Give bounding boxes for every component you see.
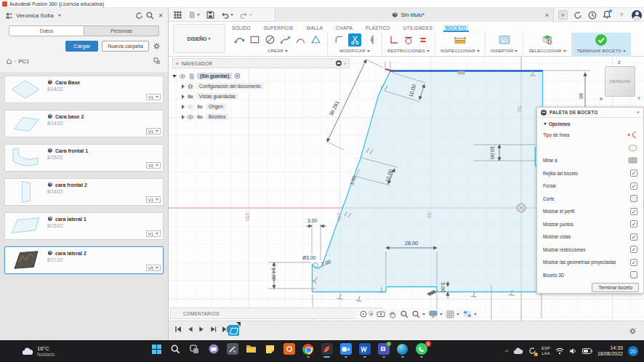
model-canvas[interactable]: 36.291 10.00 10.00 3.00 Ø3.00 7.00 (169, 57, 644, 321)
user-dropdown-caret[interactable] (58, 15, 61, 17)
workspace-selector[interactable]: DISEÑO (173, 24, 225, 53)
visibility-eye-icon[interactable] (187, 114, 194, 120)
circle-tool-icon[interactable] (264, 33, 276, 46)
checkbox-boceto3d[interactable] (630, 271, 637, 278)
whatsapp-button[interactable]: 9 (414, 343, 428, 359)
browser-root-row[interactable]: (Sin guardar) (172, 71, 350, 81)
tangent-constraint-icon[interactable] (403, 34, 414, 46)
checkbox-forzar[interactable] (630, 182, 637, 190)
collapsed-triangle-icon[interactable] (182, 84, 185, 89)
tab-chapa[interactable]: CHAPA (334, 25, 355, 31)
browser-item-label[interactable]: Vistas guardadas (196, 93, 238, 100)
clock-widget[interactable]: 14:3318/08/2022 (597, 345, 623, 358)
measure-tool-icon[interactable] (453, 33, 467, 46)
chat-button[interactable] (206, 343, 220, 359)
panel-chevron-icon[interactable]: › (345, 61, 346, 66)
file-card-selected[interactable]: cara lateral 2 8/17/22 V5 (4, 246, 164, 274)
visibility-eye-icon[interactable] (179, 73, 186, 79)
feature-icon[interactable] (628, 144, 637, 152)
comments-bar[interactable]: COMENTARIOS › (170, 307, 382, 319)
settings-gear-icon[interactable] (153, 42, 161, 50)
extensions-icon[interactable] (573, 11, 582, 20)
pan-hand-icon[interactable] (389, 310, 397, 318)
rectangle-tool-icon[interactable] (249, 33, 261, 46)
search-icon[interactable] (146, 12, 154, 20)
file-card[interactable]: cara lateral 1 8/15/22 V1 (4, 212, 164, 240)
checkbox-corte[interactable] (630, 195, 637, 202)
battery-icon[interactable] (582, 348, 592, 354)
undo-icon[interactable] (221, 11, 233, 19)
weather-widget[interactable]: 16°CNublado (22, 345, 131, 357)
collapsed-triangle-icon[interactable] (182, 115, 185, 119)
wifi-icon[interactable] (555, 347, 564, 355)
browser-item-label[interactable]: Configuración del documento (196, 83, 264, 89)
tab-plastico[interactable]: PLÁSTICO (363, 25, 393, 31)
visibility-eye-icon-dim[interactable] (187, 104, 194, 110)
display-settings-icon[interactable] (429, 310, 443, 318)
line-tool-icon[interactable] (233, 33, 246, 46)
version-dropdown[interactable]: V1 (146, 230, 161, 237)
version-dropdown[interactable]: V1 (146, 94, 161, 100)
home-icon[interactable] (6, 58, 12, 65)
polygon-tool-icon[interactable] (310, 33, 322, 46)
task-view-button[interactable] (188, 343, 201, 359)
browser-item[interactable]: Vistas guardadas (182, 92, 350, 101)
collapse-panel-icon[interactable]: « (176, 61, 179, 66)
perpendicular-constraint-icon[interactable] (388, 34, 400, 46)
volume-icon[interactable] (569, 347, 577, 355)
sync-status-icon[interactable] (528, 347, 536, 355)
file-menu-icon[interactable] (188, 11, 200, 19)
group-label-insertar[interactable]: INSERTAR (491, 49, 518, 53)
close-panel-icon[interactable]: × (158, 12, 163, 20)
group-label-modificar[interactable]: MODIFICAR (339, 49, 369, 53)
zoom-icon[interactable] (401, 310, 408, 318)
palette-section-title[interactable]: Opciones (549, 121, 571, 126)
notification-count-badge[interactable]: 20 (628, 346, 638, 356)
help-icon[interactable]: ? (617, 11, 626, 20)
chrome-button[interactable] (301, 343, 315, 359)
viewcube[interactable]: DERECHA Z X Y (605, 66, 635, 97)
teams-button[interactable] (377, 343, 390, 359)
group-label-crear[interactable]: CREAR (267, 49, 288, 53)
tab-personas[interactable]: Personas (84, 26, 158, 36)
sticky-notes-button[interactable] (263, 343, 277, 359)
sort-view-icon[interactable] (153, 57, 161, 65)
look-at-icon[interactable] (628, 156, 637, 164)
file-card[interactable]: Cara Base 8/14/22 V1 (4, 76, 164, 103)
viewports-icon[interactable] (463, 310, 477, 318)
tab-malla[interactable]: MALLA (305, 25, 325, 31)
checkbox-cotas[interactable] (630, 233, 637, 241)
group-label-inspeccionar[interactable]: INSPECCIONAR (440, 49, 480, 53)
close-document-icon[interactable]: × (541, 12, 553, 19)
trim-tool-icon-active[interactable] (348, 33, 361, 47)
finish-sketch-button[interactable]: Terminar boceto (592, 283, 639, 292)
spline-tool-icon[interactable] (279, 33, 291, 46)
checkbox-restricciones[interactable] (630, 246, 637, 253)
new-folder-button[interactable]: Nueva carpeta (102, 41, 149, 52)
capture-app-button[interactable] (282, 343, 296, 359)
new-document-tab-button[interactable]: + (558, 10, 568, 20)
tab-superficie[interactable]: SUPERFICIE (262, 25, 296, 31)
account-avatar[interactable] (632, 10, 642, 20)
document-root-label[interactable]: (Sin guardar) (197, 73, 232, 79)
group-label-terminar-boceto[interactable]: TERMINAR BOCETO (577, 49, 626, 53)
timeline-step-forward-icon[interactable] (210, 326, 217, 333)
breadcrumb-folder[interactable]: PC1 (19, 58, 30, 65)
browser-item[interactable]: Origen (182, 102, 350, 111)
collapsed-triangle-icon[interactable] (182, 105, 185, 109)
checkbox-proyectadas[interactable] (630, 259, 637, 266)
grid-settings-icon[interactable] (446, 310, 459, 318)
tab-datos[interactable]: Datos (9, 26, 84, 36)
viewcube-face-label[interactable]: DERECHA (610, 79, 631, 84)
snipping-tool-button[interactable] (225, 343, 239, 359)
fit-icon[interactable] (412, 310, 425, 318)
look-at-icon[interactable] (377, 310, 385, 318)
start-button[interactable] (150, 343, 164, 359)
browser-item[interactable]: Configuración del documento (182, 81, 350, 91)
file-card[interactable]: cara frontal 2 8/14/22 V1 (4, 178, 164, 206)
browser-item-label[interactable]: Bocetos (206, 113, 229, 120)
timeline-step-back-icon[interactable] (187, 326, 193, 333)
expand-palette-icon[interactable]: » (637, 109, 640, 116)
redo-icon[interactable] (240, 11, 252, 19)
version-dropdown[interactable]: V1 (146, 196, 161, 203)
